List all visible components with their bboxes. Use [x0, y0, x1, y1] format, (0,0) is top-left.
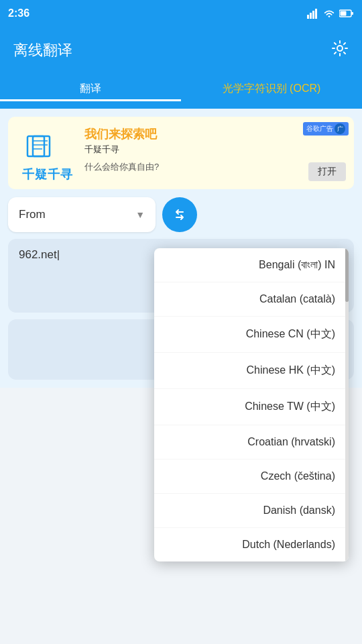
scrollbar-thumb [345, 248, 349, 302]
svg-rect-8 [27, 136, 44, 156]
lang-option-chinese-hk[interactable]: Chinese HK (中文) [154, 353, 349, 389]
lang-option-chinese-cn[interactable]: Chinese CN (中文) [154, 317, 349, 353]
ad-logo-icon [21, 126, 74, 166]
input-text: 962.net [19, 248, 57, 261]
ad-icon: 广 [335, 123, 345, 134]
ad-banner: 千疑千寻 谷歌广告 广 我们来探索吧 千疑千寻 什么会给你真自由? 打开 [8, 117, 354, 189]
svg-rect-6 [341, 11, 347, 16]
from-dropdown-arrow: ▼ [135, 209, 145, 220]
signal-icon [307, 8, 319, 19]
tab-ocr[interactable]: 光学字符识别 (OCR) [181, 82, 362, 101]
status-icons [307, 8, 354, 19]
app-title: 离线翻译 [13, 40, 72, 60]
svg-rect-5 [351, 12, 353, 15]
status-bar: 2:36 [0, 0, 362, 27]
language-selector-row: From ▼ [8, 197, 354, 232]
language-dropdown[interactable]: Bengali (বাংলা) IN Catalan (català) Chin… [154, 248, 349, 561]
swap-languages-button[interactable] [162, 197, 197, 232]
ad-logo-text: 千疑千寻 [22, 166, 73, 182]
ad-title: 我们来探索吧 [84, 126, 311, 142]
svg-rect-0 [307, 15, 309, 19]
status-time: 2:36 [8, 7, 29, 19]
lang-option-bengali[interactable]: Bengali (বাংলা) IN [154, 248, 349, 282]
ad-google-label: 谷歌广告 广 [303, 122, 349, 136]
wifi-icon [323, 8, 335, 19]
ad-open-button[interactable]: 打开 [308, 162, 346, 181]
scrollbar-track [345, 248, 349, 561]
svg-rect-3 [315, 9, 317, 19]
text-cursor [57, 248, 60, 261]
lang-option-dutch[interactable]: Dutch (Nederlands) [154, 528, 349, 561]
ad-description: 什么会给你真自由? [84, 161, 311, 173]
svg-point-7 [337, 46, 343, 51]
svg-rect-1 [310, 13, 312, 19]
header: 离线翻译 [0, 27, 362, 74]
settings-button[interactable] [331, 40, 349, 61]
battery-icon [339, 9, 354, 18]
from-language-selector[interactable]: From ▼ [8, 197, 156, 232]
ad-subtitle: 千疑千寻 [84, 144, 311, 156]
tabs-bar: 翻译 光学字符识别 (OCR) [0, 74, 362, 109]
lang-option-catalan[interactable]: Catalan (català) [154, 282, 349, 317]
svg-rect-2 [312, 11, 314, 19]
ad-logo: 千疑千寻 [17, 126, 78, 182]
ad-content: 谷歌广告 广 我们来探索吧 千疑千寻 什么会给你真自由? [84, 126, 345, 180]
tab-translate[interactable]: 翻译 [0, 82, 181, 101]
lang-option-danish[interactable]: Danish (dansk) [154, 494, 349, 528]
lang-option-croatian[interactable]: Croatian (hrvatski) [154, 425, 349, 460]
lang-option-chinese-tw[interactable]: Chinese TW (中文) [154, 389, 349, 425]
svg-rect-9 [33, 136, 50, 156]
from-label: From [19, 208, 46, 221]
lang-option-czech[interactable]: Czech (čeština) [154, 460, 349, 494]
